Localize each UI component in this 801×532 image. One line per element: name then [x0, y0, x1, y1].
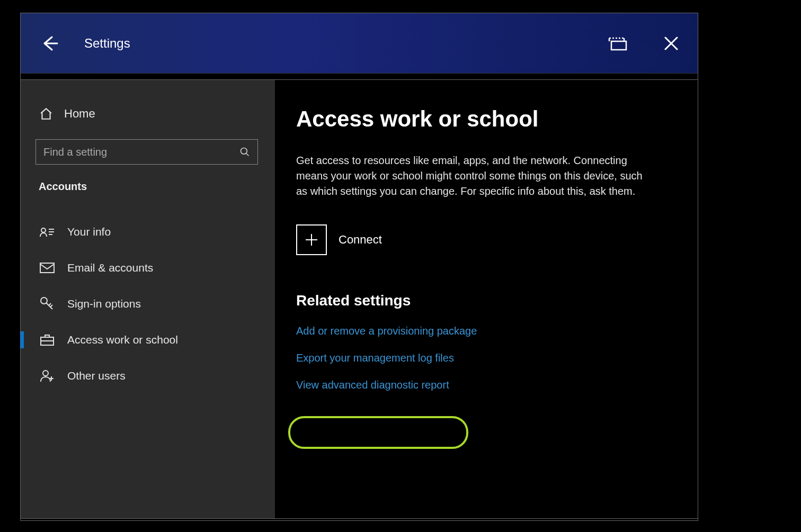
- svg-point-5: [43, 371, 48, 376]
- svg-rect-2: [40, 263, 54, 273]
- connect-label: Connect: [339, 233, 382, 247]
- search-box[interactable]: [35, 139, 258, 165]
- main-panel: Access work or school Get access to reso…: [275, 80, 698, 518]
- key-icon: [40, 296, 55, 311]
- related-settings-heading: Related settings: [296, 292, 677, 309]
- settings-content: Home Accounts Your: [20, 79, 698, 519]
- mail-icon: [40, 260, 55, 275]
- home-label: Home: [64, 107, 95, 121]
- task-view-icon: [608, 35, 628, 52]
- sidebar-item-label: Email & accounts: [67, 262, 153, 274]
- sidebar-item-label: Other users: [67, 369, 126, 382]
- search-input[interactable]: [43, 146, 239, 158]
- page-description: Get access to resources like email, apps…: [296, 153, 646, 199]
- back-arrow-icon: [40, 34, 59, 53]
- briefcase-icon: [40, 332, 55, 347]
- search-icon: [239, 147, 250, 157]
- sidebar-item-email-accounts[interactable]: Email & accounts: [35, 250, 260, 286]
- titlebar: Settings: [21, 13, 698, 74]
- close-icon: [663, 35, 679, 51]
- connect-button[interactable]: Connect: [296, 224, 677, 255]
- svg-point-1: [41, 228, 46, 232]
- window-title: Settings: [84, 36, 608, 51]
- close-button[interactable]: [661, 33, 682, 54]
- sidebar-item-label: Access work or school: [67, 333, 178, 346]
- sidebar-item-label: Your info: [67, 226, 111, 238]
- sidebar-item-your-info[interactable]: Your info: [35, 214, 260, 250]
- annotation-highlight: [288, 416, 468, 449]
- task-view-button[interactable]: [608, 33, 629, 54]
- sidebar-item-other-users[interactable]: Other users: [35, 358, 260, 394]
- home-button[interactable]: Home: [35, 106, 260, 121]
- sidebar-item-signin-options[interactable]: Sign-in options: [35, 286, 260, 322]
- person-card-icon: [40, 224, 55, 239]
- link-view-diagnostic-report[interactable]: View advanced diagnostic report: [296, 379, 677, 391]
- link-provisioning-package[interactable]: Add or remove a provisioning package: [296, 325, 677, 337]
- sidebar-item-label: Sign-in options: [67, 297, 141, 310]
- back-button[interactable]: [37, 30, 63, 57]
- svg-point-0: [241, 148, 247, 155]
- home-icon: [39, 106, 54, 121]
- plus-icon: [304, 232, 319, 247]
- page-title: Access work or school: [296, 106, 677, 132]
- link-export-log-files[interactable]: Export your management log files: [296, 352, 677, 364]
- person-add-icon: [40, 368, 55, 383]
- sidebar: Home Accounts Your: [21, 80, 275, 518]
- category-header: Accounts: [35, 181, 260, 193]
- plus-box: [296, 224, 327, 255]
- sidebar-item-access-work-school[interactable]: Access work or school: [35, 322, 260, 358]
